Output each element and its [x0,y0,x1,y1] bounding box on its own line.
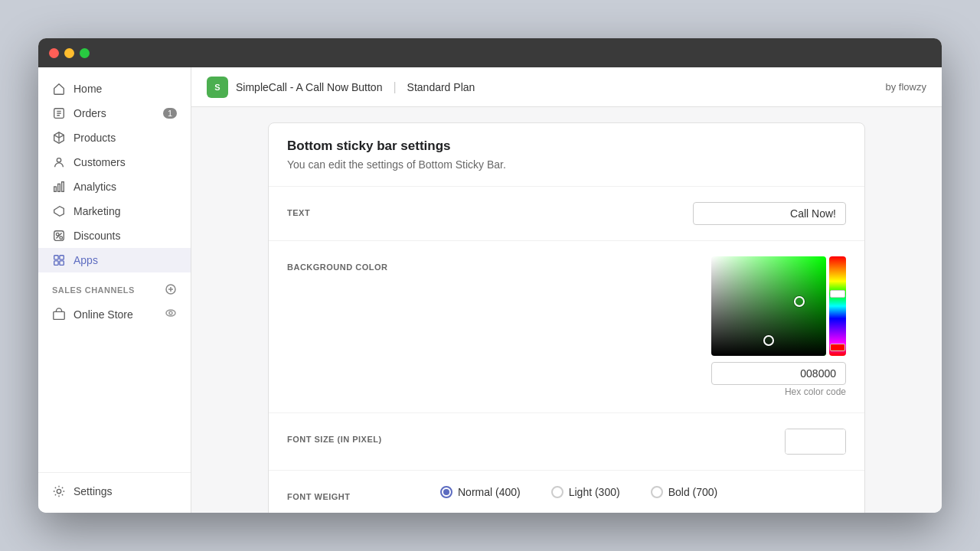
orders-badge: 1 [163,108,177,119]
font-weight-label: FONT WEIGHT [287,486,425,501]
text-field-control [440,202,846,225]
topbar-plan: Standard Plan [407,81,475,93]
svg-rect-9 [60,256,64,259]
sales-channels-label: SALES CHANNELS [52,285,135,295]
radio-label-bold: Bold (700) [668,486,718,498]
radio-normal[interactable]: Normal (400) [440,486,521,498]
sidebar-item-label: Marketing [74,205,120,217]
font-weight-control: Normal (400) Light (300) Bold (700) [440,486,846,498]
sidebar-bottom: Settings [38,472,191,504]
svg-rect-11 [60,261,64,265]
bg-color-field-row: BACKGROUND COLOR [269,241,864,413]
titlebar [38,38,942,67]
svg-rect-10 [54,261,58,265]
hue-thumb[interactable] [830,290,845,298]
color-picker-widget [711,256,846,356]
font-size-wrapper: ▲ ▼ [785,429,846,455]
svg-rect-2 [54,187,57,191]
marketing-icon [52,204,66,218]
maximize-button[interactable] [80,48,90,58]
content-inner: Bottom sticky bar settings You can edit … [253,107,880,513]
orders-icon [52,106,66,120]
settings-icon [52,484,66,498]
close-button[interactable] [49,48,59,58]
radio-circle-normal [440,486,452,498]
font-weight-field-row: FONT WEIGHT Normal (400) [269,471,864,513]
home-icon [52,82,66,96]
traffic-lights [49,48,90,58]
topbar-app-name: SimpleCall - A Call Now Button [236,81,382,93]
topbar-left: S SimpleCall - A Call Now Button | Stand… [207,77,886,98]
card-title: Bottom sticky bar settings [287,139,846,154]
sidebar-item-label: Home [74,83,102,95]
online-store-icon [52,308,66,321]
app-window: Home Orders 1 Products [38,38,942,513]
card-subtitle: You can edit the settings of Bottom Stic… [287,158,846,171]
svg-text:S: S [214,83,220,92]
discounts-icon [52,229,66,243]
radio-bold[interactable]: Bold (700) [651,486,718,498]
eye-icon[interactable] [165,307,177,321]
bg-color-control: Hex color code [440,256,846,397]
radio-circle-light [551,486,564,498]
app-logo: S [207,77,228,98]
add-channel-icon[interactable] [165,283,177,297]
radio-label-normal: Normal (400) [458,486,521,498]
sidebar-item-label: Products [74,132,116,144]
svg-rect-8 [54,256,58,259]
sidebar-item-label: Apps [74,254,98,266]
right-panel: S SimpleCall - A Call Now Button | Stand… [191,67,942,513]
sales-channels-section: SALES CHANNELS [38,272,191,302]
svg-point-6 [60,236,63,240]
color-cursor-bottom[interactable] [763,335,774,346]
apps-icon [52,253,66,267]
sidebar-item-products[interactable]: Products [38,126,191,150]
customers-icon [52,155,66,169]
font-size-control: ▲ ▼ [440,429,846,455]
sidebar-item-analytics[interactable]: Analytics [38,174,191,199]
sidebar-item-home[interactable]: Home [38,77,191,101]
topbar-separator: | [393,80,396,94]
sidebar-item-marketing[interactable]: Marketing [38,199,191,223]
online-store-label: Online Store [74,308,133,321]
hue-slider[interactable] [829,256,846,356]
svg-point-1 [57,158,60,162]
font-size-label: FONT SIZE (IN PIXEL) [287,429,425,444]
topbar: S SimpleCall - A Call Now Button | Stand… [191,67,942,107]
radio-circle-bold [651,486,663,498]
sidebar-item-discounts[interactable]: Discounts [38,223,191,248]
sidebar-item-apps[interactable]: Apps [38,248,191,272]
svg-rect-3 [58,184,60,191]
hue-thumb-bottom[interactable] [830,344,845,351]
svg-point-14 [166,310,175,316]
text-input[interactable] [693,202,846,225]
radio-light[interactable]: Light (300) [551,486,620,498]
color-picker-container: Hex color code [711,256,846,397]
font-size-input[interactable] [786,429,846,454]
hex-label: Hex color code [785,386,846,397]
settings-card: Bottom sticky bar settings You can edit … [268,122,865,513]
color-cursor[interactable] [794,296,805,307]
main-content: Bottom sticky bar settings You can edit … [191,107,942,513]
sidebar-item-label: Settings [74,485,113,497]
sidebar-item-online-store[interactable]: Online Store [38,302,191,327]
font-size-field-row: FONT SIZE (IN PIXEL) ▲ ▼ [269,413,864,471]
text-field-label: TEXT [287,202,425,217]
svg-point-16 [57,489,60,493]
color-gradient[interactable] [711,256,826,356]
sidebar-item-label: Orders [74,107,106,119]
sidebar-item-customers[interactable]: Customers [38,150,191,174]
sidebar-item-orders[interactable]: Orders 1 [38,101,191,126]
by-text: by flowzy [886,81,926,93]
minimize-button[interactable] [64,48,74,58]
analytics-icon [52,180,66,194]
sidebar-item-settings[interactable]: Settings [38,479,191,504]
sidebar: Home Orders 1 Products [38,67,191,513]
font-weight-radio-group: Normal (400) Light (300) Bold (700) [440,486,717,498]
bg-color-label: BACKGROUND COLOR [287,256,425,272]
hex-input[interactable] [711,362,846,385]
svg-point-5 [56,233,59,236]
radio-label-light: Light (300) [569,486,620,498]
text-field-row: TEXT [269,187,864,241]
svg-rect-4 [62,182,64,192]
